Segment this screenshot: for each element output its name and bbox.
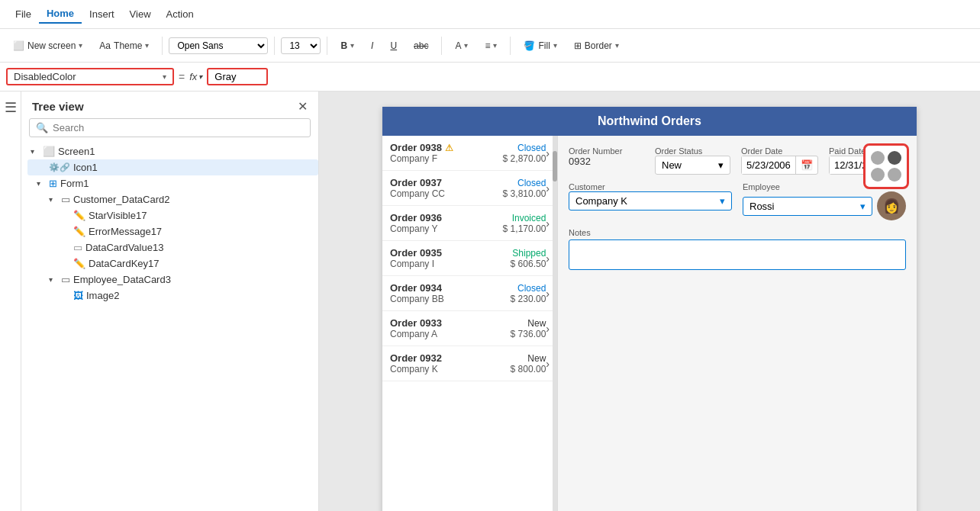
order-list-item-0937[interactable]: Order 0937 Company CC Closed $ 3,810.00 … [382,171,557,206]
font-color-button[interactable]: A ▾ [448,37,475,55]
toolbar-sep-2 [274,37,275,55]
menu-action[interactable]: Action [159,5,201,23]
formula-equals: = [179,71,185,83]
search-input[interactable] [53,122,304,133]
customer-dropdown-icon: ▾ [720,195,725,207]
order-date-calendar-icon[interactable]: 📅 [795,156,817,174]
tree-item-form1[interactable]: ▾ ⊞ Form1 [27,175,318,191]
order-date-input[interactable]: 📅 [741,156,818,175]
form-icon: ⊞ [49,178,57,189]
list-chevron-5: › [546,323,550,335]
card-icon-2: ▭ [61,274,70,285]
align-button[interactable]: ≡ ▾ [478,37,504,55]
tree-item-screen1[interactable]: ▾ ⬜ Screen1 [27,143,318,159]
list-chevron-3: › [546,252,550,265]
tree-search-box[interactable]: 🔍 [29,118,311,137]
hamburger-icon[interactable]: ☰ [5,99,17,116]
order-detail: Order Number 0932 Order Status New ▾ Ord… [558,136,917,511]
menu-file[interactable]: File [8,5,39,23]
formula-fx-button[interactable]: fx ▾ [189,71,202,82]
menu-insert[interactable]: Insert [82,5,122,23]
main-layout: ☰ Tree view ✕ 🔍 ▾ ⬜ Screen1 ⚙️🔗 Icon1 [0,92,980,511]
key-icon: ✏️ [73,258,85,269]
order-list: Order 0938 ⚠ Company F Closed $ 2,870.00… [382,136,558,511]
list-chevron-1: › [546,182,550,194]
field-notes: Notes [569,228,906,270]
circle-tl [871,151,885,165]
order-list-item-0935[interactable]: Order 0935 Company I Shipped $ 606.50 › [382,241,557,276]
new-screen-button[interactable]: ⬜ New screen ▾ [6,37,89,55]
sidebar-toggle[interactable]: ☰ [0,92,21,511]
underline-button[interactable]: U [383,37,404,55]
search-icon: 🔍 [36,122,48,133]
font-select[interactable]: Open Sans [169,37,268,54]
font-size-select[interactable]: 13 [281,37,321,54]
theme-icon: Aa [99,40,111,51]
scrollbar-track[interactable] [553,136,557,511]
menu-home[interactable]: Home [39,5,82,24]
tree-item-datacardkey17[interactable]: ✏️ DataCardKey17 [27,256,318,272]
circle-bl [871,168,885,182]
border-button[interactable]: ⊞ Border ▾ [567,37,626,55]
fill-button[interactable]: 🪣 Fill ▾ [517,37,563,55]
formula-input[interactable]: Gray [207,68,268,85]
italic-button[interactable]: I [364,37,380,55]
order-list-item-0932[interactable]: Order 0932 Company K New $ 800.00 › [382,346,557,381]
tree-item-icon1[interactable]: ⚙️🔗 Icon1 [27,159,318,175]
tree-item-datacardvalue13[interactable]: ▭ DataCardValue13 [27,239,318,256]
tree-item-customer-datacard2[interactable]: ▾ ▭ Customer_DataCard2 [27,191,318,207]
order-list-item-0936[interactable]: Order 0936 Company Y Invoiced $ 1,170.00… [382,206,557,241]
employee-select[interactable]: Rossi ▾ [743,197,872,216]
field-customer: Customer Company K ▾ [569,182,732,220]
theme-button[interactable]: Aa Theme ▾ [92,37,156,55]
tree-panel: Tree view ✕ 🔍 ▾ ⬜ Screen1 ⚙️🔗 Icon1 ▾ [21,92,319,511]
input-icon: ▭ [73,242,82,253]
tree-close-button[interactable]: ✕ [298,99,308,114]
tree-header: Tree view ✕ [21,92,318,118]
tree-item-errormessage17[interactable]: ✏️ ErrorMessage17 [27,223,318,239]
tree-panel-title: Tree view [32,100,84,113]
toolbar-sep-3 [327,37,327,55]
fill-icon: 🪣 [524,40,535,51]
selected-icon-overlay[interactable] [863,143,909,189]
list-chevron-0: › [546,147,550,159]
employee-avatar: 👩 [877,191,906,220]
bold-button[interactable]: B ▾ [334,37,361,55]
order-list-item-0938[interactable]: Order 0938 ⚠ Company F Closed $ 2,870.00… [382,136,557,171]
list-chevron-2: › [546,217,550,230]
menu-view[interactable]: View [122,5,159,23]
strikethrough-button[interactable]: abc [407,37,435,55]
name-box-dropdown[interactable]: ▾ [163,72,166,81]
notes-input[interactable] [569,239,906,270]
canvas-area: Northwind Orders Order 0938 ⚠ Company F [319,92,980,511]
scrollbar-thumb[interactable] [553,151,557,182]
tree-item-image2[interactable]: 🖼 Image2 [27,288,318,304]
field-order-number: Order Number 0932 [569,146,644,175]
order-list-item-0934[interactable]: Order 0934 Company BB Closed $ 230.00 › [382,276,557,311]
formula-name-box[interactable]: DisabledColor ▾ [6,68,174,85]
order-date-field[interactable] [742,156,795,174]
border-icon: ⊞ [574,40,582,51]
tree-content: ▾ ⬜ Screen1 ⚙️🔗 Icon1 ▾ ⊞ Form1 ▾ ▭ Cust… [21,143,318,511]
tree-item-starvisible17[interactable]: ✏️ StarVisible17 [27,207,318,223]
order-status-select[interactable]: New ▾ [655,156,730,175]
list-chevron-6: › [546,358,550,370]
icon-item-icon: ⚙️🔗 [49,162,70,172]
menu-bar: File Home Insert View Action [0,0,980,29]
customer-select[interactable]: Company K ▾ [569,191,732,211]
toolbar-sep-1 [162,37,163,55]
order-list-item-0933[interactable]: Order 0933 Company A New $ 736.00 › [382,311,557,346]
formula-bar: DisabledColor ▾ = fx ▾ Gray [0,63,980,92]
tree-item-employee-datacard3[interactable]: ▾ ▭ Employee_DataCard3 [27,272,318,288]
employee-row: Rossi ▾ 👩 [743,191,906,220]
detail-grid-bottom: Customer Company K ▾ Employee Rossi [569,182,906,220]
circle-tr [888,151,901,165]
app-body: Order 0938 ⚠ Company F Closed $ 2,870.00… [382,136,917,511]
chevron-icon: ▾ [31,147,40,156]
app-preview: Northwind Orders Order 0938 ⚠ Company F [382,107,917,511]
warning-icon: ⚠ [445,143,453,153]
control-icon-2: ✏️ [73,226,85,237]
detail-grid-top: Order Number 0932 Order Status New ▾ Ord… [569,146,906,175]
image-icon: 🖼 [73,290,83,301]
control-icon: ✏️ [73,210,85,221]
